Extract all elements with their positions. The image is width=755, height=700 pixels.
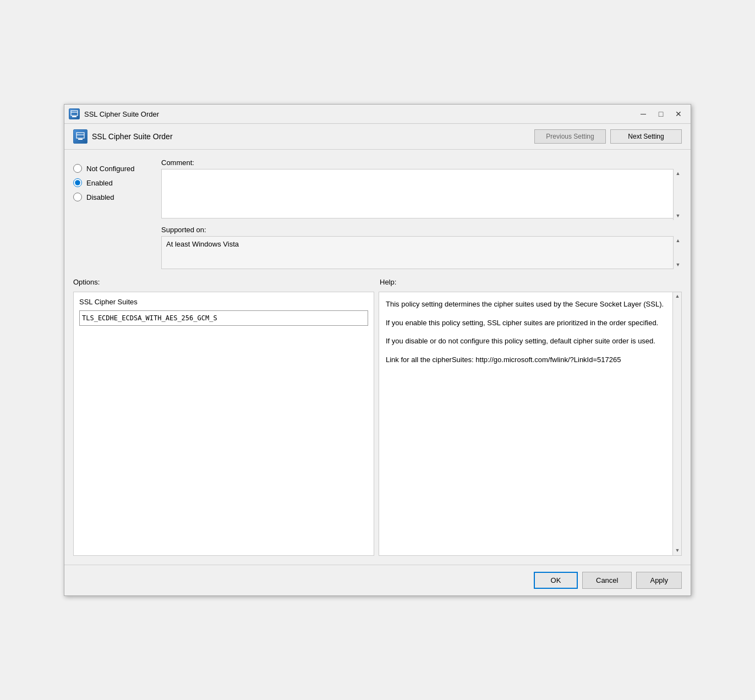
- supported-scrollbar: ▲ ▼: [673, 236, 682, 269]
- dialog-header-left: SSL Cipher Suite Order: [73, 129, 173, 144]
- comment-section: Comment: ▲ ▼ Supported on: At least Wind…: [161, 158, 682, 269]
- svg-rect-3: [76, 133, 84, 138]
- help-text-1: This policy setting determines the ciphe…: [386, 299, 675, 310]
- dialog-title: SSL Cipher Suite Order: [92, 132, 173, 141]
- ssl-suites-label: SSL Cipher Suites: [79, 298, 368, 306]
- dialog-icon: [73, 129, 87, 144]
- comment-scrollbar: ▲ ▼: [673, 169, 682, 220]
- window-controls: ─ □ ✕: [636, 108, 686, 120]
- not-configured-radio[interactable]: [73, 164, 82, 173]
- supported-scroll-up-icon[interactable]: ▲: [674, 236, 682, 245]
- options-panel: SSL Cipher Suites: [73, 292, 374, 556]
- comment-label: Comment:: [161, 158, 682, 167]
- help-text-2: If you enable this policy setting, SSL c…: [386, 318, 675, 329]
- top-section: Not Configured Enabled Disabled Comment:: [73, 158, 682, 269]
- disabled-label: Disabled: [86, 193, 114, 201]
- not-configured-radio-label[interactable]: Not Configured: [73, 164, 150, 173]
- help-text-3: If you disable or do not configure this …: [386, 336, 675, 347]
- help-label: Help:: [375, 278, 682, 286]
- comment-scroll-down-icon[interactable]: ▼: [674, 211, 682, 220]
- navigation-buttons: Previous Setting Next Setting: [534, 129, 682, 144]
- ok-button[interactable]: OK: [534, 572, 578, 589]
- comment-scroll-up-icon[interactable]: ▲: [674, 169, 682, 178]
- svg-rect-2: [72, 116, 76, 117]
- title-bar: SSL Cipher Suite Order ─ □ ✕: [64, 105, 691, 124]
- not-configured-label: Not Configured: [86, 165, 134, 173]
- help-text-4: Link for all the cipherSuites: http://go…: [386, 354, 675, 365]
- maximize-button[interactable]: □: [653, 108, 669, 120]
- window-title: SSL Cipher Suite Order: [84, 110, 636, 118]
- supported-value: At least Windows Vista: [161, 236, 682, 269]
- prev-setting-button[interactable]: Previous Setting: [534, 129, 606, 144]
- help-scroll-down-icon[interactable]: ▼: [673, 546, 682, 555]
- options-label: Options:: [73, 278, 375, 286]
- enabled-label: Enabled: [86, 179, 113, 187]
- help-panel: This policy setting determines the ciphe…: [379, 292, 682, 556]
- ssl-suites-input[interactable]: [79, 310, 368, 326]
- disabled-radio[interactable]: [73, 193, 82, 201]
- svg-rect-0: [71, 111, 78, 116]
- radio-group: Not Configured Enabled Disabled: [73, 158, 150, 269]
- svg-rect-5: [78, 139, 83, 140]
- dialog-window: SSL Cipher Suite Order ─ □ ✕ SSL Cipher …: [64, 104, 691, 596]
- disabled-radio-label[interactable]: Disabled: [73, 193, 150, 201]
- cancel-button[interactable]: Cancel: [582, 572, 632, 589]
- close-button[interactable]: ✕: [671, 108, 686, 120]
- help-scrollbar: ▲ ▼: [672, 292, 681, 555]
- supported-section: Supported on: At least Windows Vista ▲ ▼: [161, 226, 682, 269]
- panels-row: SSL Cipher Suites This policy setting de…: [73, 292, 682, 556]
- footer: OK Cancel Apply: [64, 565, 691, 595]
- apply-button[interactable]: Apply: [636, 572, 682, 589]
- next-setting-button[interactable]: Next Setting: [610, 129, 682, 144]
- minimize-button[interactable]: ─: [636, 108, 651, 120]
- enabled-radio-label[interactable]: Enabled: [73, 178, 150, 187]
- enabled-radio[interactable]: [73, 178, 82, 187]
- content-area: Not Configured Enabled Disabled Comment:: [64, 150, 691, 565]
- help-scroll-up-icon[interactable]: ▲: [673, 292, 682, 301]
- supported-scroll-down-icon[interactable]: ▼: [674, 260, 682, 269]
- dialog-header: SSL Cipher Suite Order Previous Setting …: [64, 124, 691, 150]
- comment-textarea[interactable]: [161, 169, 682, 218]
- options-help-labels: Options: Help:: [73, 278, 682, 286]
- supported-label: Supported on:: [161, 226, 682, 234]
- window-icon: [69, 108, 80, 119]
